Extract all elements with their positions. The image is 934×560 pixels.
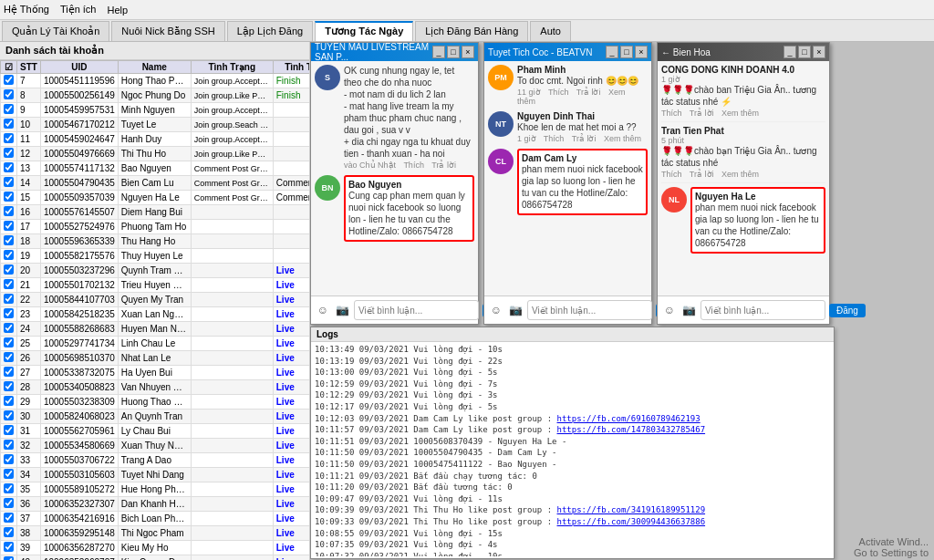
thich-2-1[interactable]: Thích [548, 88, 569, 97]
table-row[interactable]: 26 10005698510370 Nhat Lan Le Live [1, 351, 310, 366]
xemthem-bh2[interactable]: Xem thêm [721, 170, 759, 179]
xemthem-2-2[interactable]: Xem thêm [604, 134, 641, 143]
table-row[interactable]: 27 10005338732075 Ha Uyen Bui Live [1, 366, 310, 380]
row-checkbox[interactable] [1, 191, 17, 205]
xemthem-bh1[interactable]: Xem thêm [721, 109, 759, 118]
table-row[interactable]: 19 10005582175576 Thuy Huyen Le [1, 249, 310, 264]
chat-window-2-close[interactable]: × [635, 46, 648, 58]
chat-window-2-minimize[interactable]: _ [606, 46, 618, 58]
table-row[interactable]: 15 10005509357039 Nguyen Ha Le Comment P… [1, 191, 310, 205]
table-row[interactable]: 20 10005503237296 Quynh Tram Pham Live [1, 264, 310, 278]
row-checkbox[interactable] [1, 322, 17, 337]
table-row[interactable]: 9 10005459957531 Minh Nguyen Join group.… [1, 103, 310, 118]
table-row[interactable]: 16 10005576145507 Diem Hang Bui [1, 205, 310, 220]
table-row[interactable]: 37 10006354216916 Bich Loan Pham Live [1, 512, 310, 526]
log-link[interactable]: https://fb.com/69160789462193 [557, 414, 700, 423]
chat-window-2-titlebar[interactable]: Tuyet Tich Coc - BEATVN _ □ × [484, 43, 651, 61]
table-row[interactable]: 25 10005297741734 Linh Chau Le Live [1, 337, 310, 351]
row-checkbox[interactable] [1, 147, 17, 161]
account-table-scroll[interactable]: ☑ STT UID Name Tình Trạng Tình Tr... 7 1… [0, 60, 309, 560]
row-checkbox[interactable] [1, 526, 17, 541]
traloi-2-1[interactable]: Trả lời [576, 88, 601, 97]
row-checkbox[interactable] [1, 249, 17, 264]
log-link[interactable]: https://fb.com/300994436637886 [557, 517, 706, 526]
tab-nuoinick[interactable]: Nuôi Nick Bằng SSH [111, 21, 224, 41]
table-row[interactable]: 21 10005501702132 Trieu Huyen Pham Live [1, 278, 310, 293]
table-row[interactable]: 40 10006353962727 Kim Quyen Dang Live [1, 555, 310, 561]
emoji-icon-bh[interactable]: ☺ [661, 302, 678, 318]
row-checkbox[interactable] [1, 439, 17, 453]
row-checkbox[interactable] [1, 424, 17, 439]
table-row[interactable]: 17 10005527524976 Phuong Tam Ho [1, 220, 310, 234]
row-checkbox[interactable] [1, 103, 17, 118]
emoji-icon-2[interactable]: ☺ [488, 302, 504, 318]
menu-item-tienich[interactable]: Tiện ích [60, 4, 97, 16]
menu-item-hesystem[interactable]: Hệ Thống [4, 4, 49, 16]
photo-icon-2[interactable]: 📷 [507, 302, 524, 318]
log-link[interactable]: https://fb.com/147803432785467 [557, 425, 706, 434]
row-checkbox[interactable] [1, 395, 17, 410]
activate-watermark[interactable]: Activate Wind... Go to Settings to [854, 536, 929, 558]
table-row[interactable]: 33 10005503706722 Trang A Dao Live [1, 453, 310, 468]
row-checkbox[interactable] [1, 234, 17, 249]
log-link[interactable]: https://fb.com/341916189951129 [557, 505, 706, 514]
chat-window-1-close[interactable]: × [462, 46, 474, 58]
tab-auto[interactable]: Auto [530, 21, 571, 41]
table-row[interactable]: 13 10005574117132 Bao Nguyen Comment Pos… [1, 161, 310, 176]
row-checkbox[interactable] [1, 497, 17, 512]
tab-quanlytaikhoan[interactable]: Quản Lý Tài Khoản [2, 21, 109, 41]
msg-action-chunhat[interactable]: vào Chủ Nhật [344, 161, 396, 170]
row-checkbox[interactable] [1, 307, 17, 322]
row-checkbox[interactable] [1, 541, 17, 555]
row-checkbox[interactable] [1, 380, 17, 395]
chat-window-1-minimize[interactable]: _ [432, 46, 445, 58]
table-row[interactable]: 31 10005562705961 Ly Chau Bui Live [1, 424, 310, 439]
row-checkbox[interactable] [1, 176, 17, 191]
bienhoa-send-btn[interactable]: Đăng [829, 304, 866, 317]
emoji-icon-1[interactable]: ☺ [315, 302, 331, 318]
table-row[interactable]: 28 10005340508823 Van Nhuyen Pham Live [1, 380, 310, 395]
row-checkbox[interactable] [1, 453, 17, 468]
thich-2-2[interactable]: Thích [544, 134, 565, 143]
msg-action-traloi1[interactable]: Trả lời [431, 161, 456, 170]
thich-bh2[interactable]: Thích [661, 170, 682, 179]
photo-icon-1[interactable]: 📷 [334, 302, 350, 318]
row-checkbox[interactable] [1, 118, 17, 132]
bienhoa-titlebar[interactable]: ← Bien Hoa _ □ × [658, 43, 829, 61]
tab-lichdangbanhang[interactable]: Lịch Đăng Bán Hàng [415, 21, 528, 41]
chat-window-2-maximize[interactable]: □ [620, 46, 633, 58]
msg-action-thich1[interactable]: Thích [403, 161, 424, 170]
row-checkbox[interactable] [1, 293, 17, 307]
log-body[interactable]: 10:13:49 09/03/2021 Vui lòng đợi - 10s10… [311, 342, 834, 556]
table-row[interactable]: 30 10005824068023 An Quynh Tran Live [1, 410, 310, 424]
row-checkbox[interactable] [1, 278, 17, 293]
bienhoa-minimize[interactable]: _ [784, 46, 796, 58]
menu-item-help[interactable]: Help [107, 5, 128, 16]
row-checkbox[interactable] [1, 264, 17, 278]
table-row[interactable]: 34 10005503105603 Tuyet Nhi Dang Live [1, 468, 310, 482]
row-checkbox[interactable] [1, 74, 17, 88]
table-row[interactable]: 8 10005500256149 Ngoc Phung Do Join grou… [1, 88, 310, 103]
table-row[interactable]: 18 10005596365339 Thu Hang Ho [1, 234, 310, 249]
table-row[interactable]: 23 10005842518235 Xuan Lan Nguyen Live [1, 307, 310, 322]
row-checkbox[interactable] [1, 132, 17, 147]
table-row[interactable]: 24 10005588268683 Huyen Man Nguyen Live [1, 322, 310, 337]
traloi-bh1[interactable]: Trả lời [690, 109, 714, 118]
table-row[interactable]: 22 10005844107703 Quyen My Tran Live [1, 293, 310, 307]
table-row[interactable]: 11 10005459024647 Hanh Duy Join group.Ac… [1, 132, 310, 147]
row-checkbox[interactable] [1, 161, 17, 176]
row-checkbox[interactable] [1, 366, 17, 380]
table-row[interactable]: 36 10006352327307 Dan Khanh Huynh Live [1, 497, 310, 512]
chat-input-2[interactable] [527, 300, 652, 320]
row-checkbox[interactable] [1, 220, 17, 234]
chat-window-1-titlebar[interactable]: TUYEN MAU LIVESTREAM SAN P... _ □ × [311, 43, 478, 61]
tab-laplich[interactable]: Lập Lịch Đăng [227, 21, 313, 41]
table-row[interactable]: 10 10005467170212 Tuyet Le Join group.Se… [1, 118, 310, 132]
thich-bh1[interactable]: Thích [661, 109, 682, 118]
row-checkbox[interactable] [1, 482, 17, 497]
bienhoa-maximize[interactable]: □ [798, 46, 811, 58]
row-checkbox[interactable] [1, 205, 17, 220]
table-row[interactable]: 29 10005503238309 Huong Thao Nguyen Live [1, 395, 310, 410]
table-row[interactable]: 12 10005504976669 Thi Thu Ho Join group.… [1, 147, 310, 161]
chat-window-1-maximize[interactable]: □ [447, 46, 460, 58]
